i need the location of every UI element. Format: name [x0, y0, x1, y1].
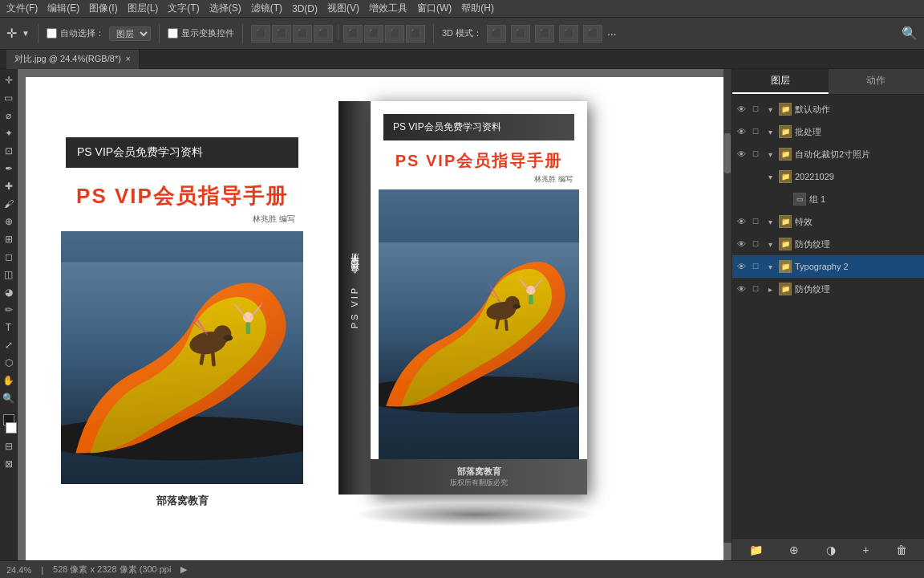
align-right-btn[interactable]: ⬛ — [293, 25, 312, 43]
layer-item[interactable]: 👁☐▾📁防伪纹理 — [732, 233, 924, 255]
adjustment-btn[interactable]: ◑ — [826, 543, 836, 556]
layer-item[interactable]: 👁☐▾📁默认动作 — [732, 98, 924, 120]
layer-linked-icon[interactable]: ☐ — [750, 240, 761, 248]
layer-visibility-icon[interactable]: 👁 — [736, 217, 747, 226]
layer-expand-icon[interactable]: ▾ — [764, 150, 776, 159]
layer-visibility-icon[interactable]: 👁 — [736, 127, 747, 136]
auto-select-checkbox[interactable]: 自动选择： — [47, 27, 104, 39]
align-justify-btn[interactable]: ⬛ — [314, 25, 333, 43]
menu-item-window[interactable]: 窗口(W) — [417, 2, 452, 15]
3d-btn1[interactable]: ⬛ — [487, 25, 506, 43]
align-right2-btn[interactable]: ⬛ — [406, 25, 425, 43]
tool-extra2[interactable]: ⊠ — [1, 456, 17, 472]
show-transform-input[interactable] — [168, 28, 178, 39]
align-left-btn[interactable]: ⬛ — [251, 25, 270, 43]
tool-extra1[interactable]: ⊟ — [1, 438, 17, 454]
menu-item-layer[interactable]: 图层(L) — [128, 2, 159, 15]
align-bottom-btn[interactable]: ⬛ — [385, 25, 404, 43]
layer-item[interactable]: 👁☐▾📁自动化裁切2寸照片 — [732, 143, 924, 165]
layer-visibility-icon[interactable]: 👁 — [736, 104, 747, 114]
menu-item-file[interactable]: 文件(F) — [6, 2, 38, 15]
tool-path[interactable]: ⤢ — [1, 337, 17, 353]
status-arrow[interactable]: ▶ — [180, 564, 187, 575]
search-icon[interactable]: 🔍 — [902, 26, 918, 41]
menu-item-image[interactable]: 图像(I) — [89, 2, 117, 15]
layer-expand-icon[interactable]: ▾ — [764, 105, 776, 114]
auto-select-input[interactable] — [47, 28, 57, 39]
layer-linked-icon[interactable]: ☐ — [750, 263, 761, 271]
show-transform-checkbox[interactable]: 显示变换控件 — [168, 27, 234, 39]
canvas-scrollbar-v[interactable] — [723, 69, 732, 543]
tool-heal[interactable]: ✚ — [1, 178, 17, 194]
menu-item-text[interactable]: 文字(T) — [168, 2, 199, 15]
background-color[interactable] — [6, 422, 17, 434]
tool-select-rect[interactable]: ▭ — [1, 90, 17, 106]
layer-item[interactable]: 👁☐▾📁特效 — [732, 210, 924, 233]
layer-expand-icon[interactable]: ▾ — [764, 263, 776, 271]
tool-crop[interactable]: ⊡ — [1, 143, 17, 159]
tool-hand[interactable]: ✋ — [1, 372, 17, 389]
canvas-scrollbar-thumb[interactable] — [724, 133, 731, 173]
delete-layer-btn[interactable]: 🗑 — [896, 543, 907, 556]
3d-btn2[interactable]: ⬛ — [511, 25, 530, 43]
layer-linked-icon[interactable]: ☐ — [750, 105, 761, 113]
layer-linked-icon[interactable]: ☐ — [750, 285, 761, 293]
menu-item-filter[interactable]: 滤镜(T) — [251, 2, 282, 15]
tool-zoom[interactable]: 🔍 — [1, 390, 17, 406]
tool-shape[interactable]: ⬡ — [1, 355, 17, 371]
tool-text[interactable]: T — [1, 320, 17, 336]
menu-item-3d[interactable]: 3D(D) — [292, 3, 318, 14]
layer-expand-icon[interactable]: ▾ — [764, 128, 776, 136]
3d-btn3[interactable]: ⬛ — [535, 25, 554, 43]
layer-linked-icon[interactable]: ☐ — [750, 218, 761, 226]
layer-visibility-icon[interactable]: 👁 — [736, 149, 747, 159]
tool-eraser[interactable]: ◻ — [1, 249, 17, 265]
tab-close-icon[interactable]: × — [126, 55, 131, 63]
layer-visibility-icon[interactable]: 👁 — [736, 172, 747, 181]
tool-magic-wand[interactable]: ✦ — [1, 125, 17, 141]
menu-item-select[interactable]: 选择(S) — [209, 2, 241, 15]
auto-select-type[interactable]: 图层 — [109, 26, 151, 41]
layer-item[interactable]: 👁☐▸📁防伪纹理 — [732, 278, 924, 300]
align-top-btn[interactable]: ⬛ — [343, 25, 363, 43]
document-tab[interactable]: 对比.jpg @ 24.4%(RGB/8*) × — [6, 50, 140, 69]
align-center-h-btn[interactable]: ⬛ — [272, 25, 291, 43]
layer-visibility-icon[interactable]: 👁 — [736, 284, 747, 294]
layer-expand-icon[interactable]: ▾ — [764, 240, 776, 249]
layer-linked-icon[interactable]: ☐ — [750, 150, 761, 158]
layer-expand-icon[interactable]: ▸ — [764, 285, 776, 294]
tool-clone[interactable]: ⊕ — [1, 214, 17, 230]
layer-expand-icon[interactable]: ▾ — [764, 218, 776, 226]
layer-item[interactable]: 👁☐▾📁批处理 — [732, 120, 924, 143]
layer-visibility-icon[interactable]: 👁 — [736, 262, 747, 271]
menu-item-plugins[interactable]: 增效工具 — [369, 2, 407, 15]
tool-eyedropper[interactable]: ✒ — [1, 161, 17, 177]
3d-btn4[interactable]: ⬛ — [559, 25, 578, 43]
menu-item-view[interactable]: 视图(V) — [327, 2, 359, 15]
align-middle-btn[interactable]: ⬛ — [364, 25, 383, 43]
more-options-btn[interactable]: ··· — [607, 27, 617, 40]
layer-item[interactable]: 👁▭组 1 — [732, 188, 924, 210]
tool-history-brush[interactable]: ⊞ — [1, 231, 17, 247]
panel-tab-layers[interactable]: 图层 — [732, 69, 829, 94]
layer-item[interactable]: 👁☐▾📁Typography 2 — [732, 255, 924, 278]
tool-lasso[interactable]: ⌀ — [1, 108, 17, 124]
menu-item-edit[interactable]: 编辑(E) — [47, 2, 79, 15]
tool-pen[interactable]: ✏ — [1, 302, 17, 318]
tool-gradient[interactable]: ◫ — [1, 267, 17, 283]
tool-expand-icon[interactable]: ▼ — [22, 29, 30, 38]
layer-visibility-icon[interactable]: 👁 — [736, 194, 747, 204]
move-tool-icon[interactable]: ✛ — [6, 26, 17, 41]
layer-linked-icon[interactable]: ☐ — [750, 128, 761, 136]
tool-brush[interactable]: 🖌 — [1, 196, 17, 212]
layer-expand-icon[interactable]: ▾ — [764, 173, 776, 181]
layer-item[interactable]: 👁▾📁20221029 — [732, 165, 924, 188]
tool-dodge[interactable]: ◕ — [1, 284, 17, 300]
tool-move[interactable]: ✛ — [1, 72, 17, 88]
layer-visibility-icon[interactable]: 👁 — [736, 239, 747, 249]
panel-tab-actions[interactable]: 动作 — [829, 69, 925, 94]
3d-btn5[interactable]: ⬛ — [583, 25, 602, 43]
new-layer-btn[interactable]: + — [862, 543, 869, 556]
new-group-btn[interactable]: 📁 — [749, 543, 763, 556]
menu-item-help[interactable]: 帮助(H) — [461, 2, 494, 15]
